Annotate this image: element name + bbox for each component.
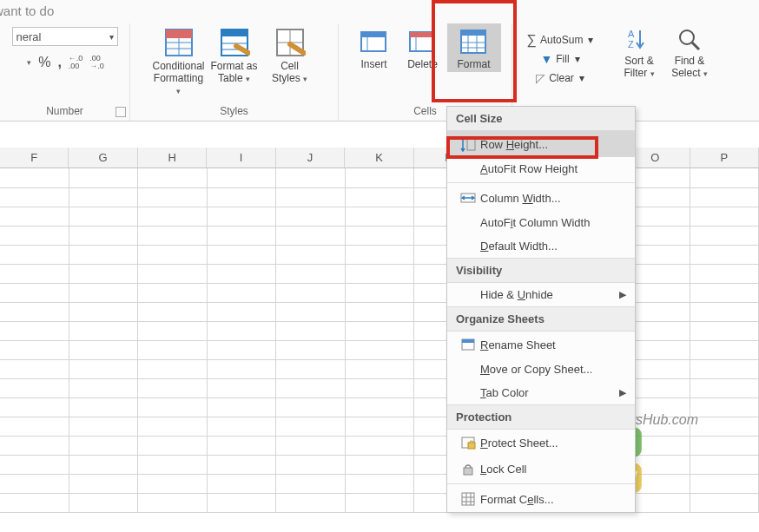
menu-item-autofit-row[interactable]: AutoFit Row Height <box>447 157 635 181</box>
svg-rect-1 <box>166 30 192 38</box>
clear-button[interactable]: ◸ Clear ▾ <box>536 69 584 88</box>
menu-item-format-cells[interactable]: Format Cells... <box>447 486 635 512</box>
svg-rect-34 <box>464 468 472 475</box>
menu-section-organize: Organize Sheets <box>447 306 635 332</box>
group-label-cells: Cells <box>413 103 437 121</box>
svg-text:A: A <box>628 29 635 39</box>
lock-icon <box>456 461 480 476</box>
find-select-button[interactable]: Find & Select ▾ <box>664 23 715 82</box>
menu-section-visibility: Visibility <box>447 258 635 283</box>
comma-icon[interactable]: , <box>57 55 61 70</box>
menu-item-lock-cell[interactable]: Lock Cell <box>447 456 635 482</box>
number-format-combo[interactable]: neral ▾ <box>12 27 118 46</box>
percent-icon[interactable]: % <box>38 55 50 70</box>
rename-sheet-icon <box>456 337 480 352</box>
col-header[interactable]: H <box>138 148 207 167</box>
chevron-down-icon: ▾ <box>573 53 580 65</box>
conditional-formatting-icon <box>163 27 195 58</box>
fill-button[interactable]: ▼ Fill ▾ <box>540 49 579 69</box>
col-header[interactable]: J <box>276 148 345 167</box>
column-width-icon <box>456 190 480 206</box>
menu-item-default-width[interactable]: Default Width... <box>447 234 635 258</box>
chevron-down-icon: ▾ <box>109 32 114 42</box>
format-as-table-button[interactable]: Format as Table ▾ <box>207 23 262 99</box>
svg-rect-35 <box>462 493 474 505</box>
col-header[interactable]: K <box>345 148 413 167</box>
cell-styles-button[interactable]: Cell Styles ▾ <box>262 23 318 99</box>
insert-cells-icon <box>360 27 389 56</box>
svg-point-26 <box>680 30 694 44</box>
svg-rect-6 <box>221 30 248 36</box>
col-header[interactable]: P <box>690 148 759 167</box>
svg-rect-31 <box>462 339 474 343</box>
chevron-down-icon: ▾ <box>578 72 584 84</box>
number-format-value: neral <box>16 30 42 43</box>
sigma-icon: ∑ <box>527 32 537 48</box>
format-cells-menu-icon <box>456 491 480 507</box>
menu-item-rename-sheet[interactable]: Rename Sheet <box>447 332 635 358</box>
svg-rect-19 <box>461 30 485 36</box>
cell-styles-icon <box>274 27 306 58</box>
accounting-dropdown[interactable]: ▾ <box>25 58 31 67</box>
number-dialog-launcher[interactable] <box>116 107 126 117</box>
conditional-formatting-button[interactable]: Conditional Formatting ▾ <box>151 23 207 99</box>
tell-me-box[interactable]: at you want to do <box>0 0 759 23</box>
row-height-icon <box>456 136 480 152</box>
svg-rect-13 <box>361 32 386 37</box>
menu-item-move-copy[interactable]: Move or Copy Sheet... <box>447 358 635 381</box>
fill-down-icon: ▼ <box>540 52 552 66</box>
autosum-button[interactable]: ∑ AutoSum ▾ <box>527 30 594 49</box>
sort-filter-icon: A Z <box>626 27 652 53</box>
worksheet: F G H I J K L M N O P <box>0 148 759 513</box>
col-header[interactable]: G <box>69 148 137 167</box>
cell-grid[interactable] <box>0 168 759 513</box>
menu-item-autofit-col[interactable]: AutoFit Column Width <box>447 211 635 234</box>
protect-sheet-icon <box>456 435 480 450</box>
ribbon: at you want to do neral ▾ ▾ % , ←.0.00 .… <box>0 0 759 122</box>
menu-item-row-height[interactable]: Row Height... <box>447 131 635 157</box>
format-as-table-icon <box>219 27 250 58</box>
delete-button[interactable]: Delete <box>399 23 447 72</box>
group-number: neral ▾ ▾ % , ←.0.00 .00→.0 Number <box>0 23 130 121</box>
menu-section-protection: Protection <box>447 404 635 430</box>
format-dropdown-menu: Cell Size Row Height... AutoFit Row Heig… <box>446 106 636 513</box>
increase-decimal-icon[interactable]: ←.0.00 <box>69 55 83 70</box>
sort-filter-button[interactable]: A Z Sort & Filter ▾ <box>614 23 664 82</box>
decrease-decimal-icon[interactable]: .00→.0 <box>89 55 104 70</box>
col-header[interactable]: F <box>0 148 69 167</box>
column-headers: F G H I J K L M N O P <box>0 148 759 168</box>
chevron-down-icon: ▾ <box>586 34 593 46</box>
svg-rect-16 <box>410 32 434 37</box>
group-label-number: Number <box>46 103 83 121</box>
format-cells-icon <box>459 27 489 56</box>
col-header[interactable]: I <box>207 148 275 167</box>
submenu-arrow-icon: ▶ <box>619 289 626 300</box>
svg-line-27 <box>692 43 699 49</box>
menu-item-tab-color[interactable]: Tab Color ▶ <box>447 381 635 404</box>
eraser-icon: ◸ <box>536 71 545 85</box>
format-button[interactable]: Format <box>447 23 501 72</box>
group-label-styles: Styles <box>220 103 248 121</box>
menu-item-hide-unhide[interactable]: Hide & Unhide ▶ <box>447 283 635 306</box>
svg-rect-28 <box>467 138 475 150</box>
group-styles: Conditional Formatting ▾ Format as Table… <box>130 23 339 121</box>
svg-text:Z: Z <box>628 39 634 49</box>
delete-cells-icon <box>408 27 438 56</box>
submenu-arrow-icon: ▶ <box>619 387 626 398</box>
svg-rect-33 <box>468 443 475 449</box>
menu-item-protect-sheet[interactable]: Protect Sheet... <box>447 430 635 456</box>
menu-item-column-width[interactable]: Column Width... <box>447 185 635 211</box>
insert-button[interactable]: Insert <box>350 23 399 72</box>
find-icon <box>676 27 703 53</box>
menu-section-cellsize: Cell Size <box>447 107 635 131</box>
